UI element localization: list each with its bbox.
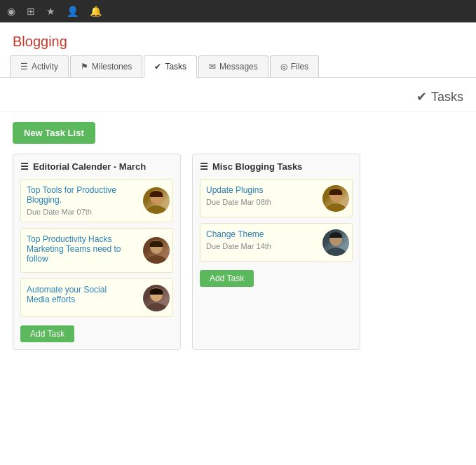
avatar-img <box>322 229 349 256</box>
svg-point-7 <box>325 203 347 212</box>
svg-point-5 <box>145 303 168 311</box>
grid-icon[interactable]: ⊞ <box>27 6 35 17</box>
files-tab-icon: ◎ <box>280 62 287 72</box>
avatar <box>322 229 349 256</box>
star-icon[interactable]: ★ <box>46 6 55 17</box>
milestones-tab-label: Milestones <box>92 62 132 72</box>
tab-messages[interactable]: ✉ Messages <box>198 55 268 77</box>
add-task-button-misc[interactable]: Add Task <box>200 270 254 287</box>
milestones-tab-icon: ⚑ <box>81 62 88 72</box>
task-item: Top Tools for Productive Blogging. Due D… <box>20 179 173 222</box>
avatar <box>322 185 349 212</box>
page-title: Blogging <box>0 22 476 55</box>
task-item: Automate your Social Media efforts <box>20 278 173 317</box>
tasks-tab-icon: ✔ <box>154 62 161 72</box>
list-icon-misc: ☰ <box>200 161 208 172</box>
tasks-header-icon: ✔ <box>416 89 427 105</box>
main-content: Blogging ☰ Activity ⚑ Milestones ✔ Tasks… <box>0 22 476 465</box>
top-navbar: ◉ ⊞ ★ 👤 🔔 <box>0 0 476 22</box>
avatar <box>143 285 170 311</box>
tasks-tab-label: Tasks <box>165 62 186 72</box>
tasks-header-text: Tasks <box>431 90 463 105</box>
task-list-title-editorial: ☰ Editorial Calender - March <box>20 161 173 172</box>
task-item: Change Theme Due Date Mar 14th <box>200 223 353 262</box>
globe-icon[interactable]: ◉ <box>7 6 15 17</box>
svg-point-9 <box>325 248 347 256</box>
new-task-list-button[interactable]: New Task List <box>13 122 95 144</box>
avatar-img <box>143 237 170 264</box>
bell-icon[interactable]: 🔔 <box>90 6 102 17</box>
avatar-img <box>322 185 349 212</box>
task-lists-container: ☰ Editorial Calender - March Top Tools f… <box>0 154 476 363</box>
user-icon[interactable]: 👤 <box>67 6 79 17</box>
tab-bar: ☰ Activity ⚑ Milestones ✔ Tasks ✉ Messag… <box>0 55 476 78</box>
avatar <box>143 187 170 214</box>
tab-activity[interactable]: ☰ Activity <box>10 55 69 77</box>
task-list-title-misc: ☰ Misc Blogging Tasks <box>200 161 353 172</box>
avatar <box>143 237 170 264</box>
activity-tab-icon: ☰ <box>20 62 28 72</box>
tab-files[interactable]: ◎ Files <box>270 55 319 77</box>
avatar-img <box>143 285 170 311</box>
messages-tab-label: Messages <box>219 62 258 72</box>
avatar-img <box>143 187 170 214</box>
tab-milestones[interactable]: ⚑ Milestones <box>70 55 142 77</box>
add-task-button-editorial[interactable]: Add Task <box>20 325 74 342</box>
activity-tab-label: Activity <box>32 62 58 72</box>
task-list-misc: ☰ Misc Blogging Tasks Update Plugins Due… <box>192 154 360 350</box>
messages-tab-icon: ✉ <box>209 62 216 72</box>
task-item: Update Plugins Due Date Mar 08th <box>200 179 353 217</box>
tab-tasks[interactable]: ✔ Tasks <box>144 55 197 78</box>
tasks-header-label: ✔ Tasks <box>416 89 463 105</box>
tasks-section-header: ✔ Tasks <box>0 78 476 112</box>
task-list-editorial: ☰ Editorial Calender - March Top Tools f… <box>13 154 181 350</box>
task-item: Top Productivity Hacks Marketing Teams n… <box>20 228 173 273</box>
files-tab-label: Files <box>291 62 308 72</box>
list-icon-editorial: ☰ <box>20 161 29 172</box>
